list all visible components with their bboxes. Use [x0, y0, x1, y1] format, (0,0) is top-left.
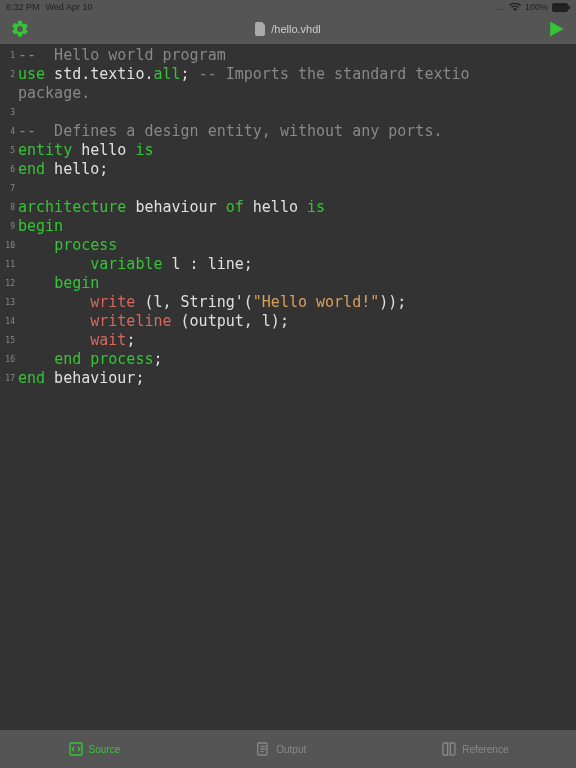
wifi-icon: …	[496, 2, 505, 12]
code-editor[interactable]: 1234567891011121314151617 -- Hello world…	[0, 44, 576, 730]
code-line[interactable]: end hello;	[18, 160, 576, 179]
code-line[interactable]: variable l : line;	[18, 255, 576, 274]
code-line[interactable]: entity hello is	[18, 141, 576, 160]
status-bar: 6:32 PM Wed Apr 10 … 100%	[0, 0, 576, 14]
tab-source[interactable]: Source	[68, 741, 121, 757]
battery-icon	[552, 3, 570, 12]
svg-rect-1	[568, 5, 570, 9]
code-line[interactable]: write (l, String'("Hello world!"));	[18, 293, 576, 312]
output-icon	[255, 741, 271, 757]
reference-icon	[441, 741, 457, 757]
svg-rect-0	[552, 3, 568, 12]
file-icon	[255, 22, 267, 36]
tab-reference[interactable]: Reference	[441, 741, 508, 757]
top-bar: /hello.vhdl	[0, 14, 576, 44]
tab-output-label: Output	[276, 744, 306, 755]
code-line[interactable]: use std.textio.all; -- Imports the stand…	[18, 65, 576, 84]
code-line[interactable]: begin	[18, 217, 576, 236]
code-line[interactable]: end behaviour;	[18, 369, 576, 388]
code-line[interactable]: writeline (output, l);	[18, 312, 576, 331]
settings-icon[interactable]	[10, 19, 30, 39]
source-icon	[68, 741, 84, 757]
code-line[interactable]: process	[18, 236, 576, 255]
tab-source-label: Source	[89, 744, 121, 755]
status-date: Wed Apr 10	[46, 2, 93, 12]
code-line[interactable]: begin	[18, 274, 576, 293]
code-line[interactable]: architecture behaviour of hello is	[18, 198, 576, 217]
code-line[interactable]: end process;	[18, 350, 576, 369]
status-time: 6:32 PM	[6, 2, 40, 12]
wifi-icon	[509, 3, 521, 12]
file-title[interactable]: /hello.vhdl	[30, 22, 546, 36]
code-line[interactable]	[18, 179, 576, 198]
code-line[interactable]: -- Defines a design entity, without any …	[18, 122, 576, 141]
bottom-tab-bar: Source Output Reference	[0, 730, 576, 768]
tab-output[interactable]: Output	[255, 741, 306, 757]
code-line[interactable]: package.	[18, 84, 576, 103]
tab-reference-label: Reference	[462, 744, 508, 755]
code-line[interactable]: -- Hello world program	[18, 46, 576, 65]
line-gutter: 1234567891011121314151617	[0, 44, 18, 730]
filename-label: /hello.vhdl	[271, 23, 321, 35]
code-area[interactable]: -- Hello world programuse std.textio.all…	[18, 44, 576, 730]
battery-pct: 100%	[525, 2, 548, 12]
code-line[interactable]	[18, 103, 576, 122]
code-line[interactable]: wait;	[18, 331, 576, 350]
run-button[interactable]	[546, 19, 566, 39]
